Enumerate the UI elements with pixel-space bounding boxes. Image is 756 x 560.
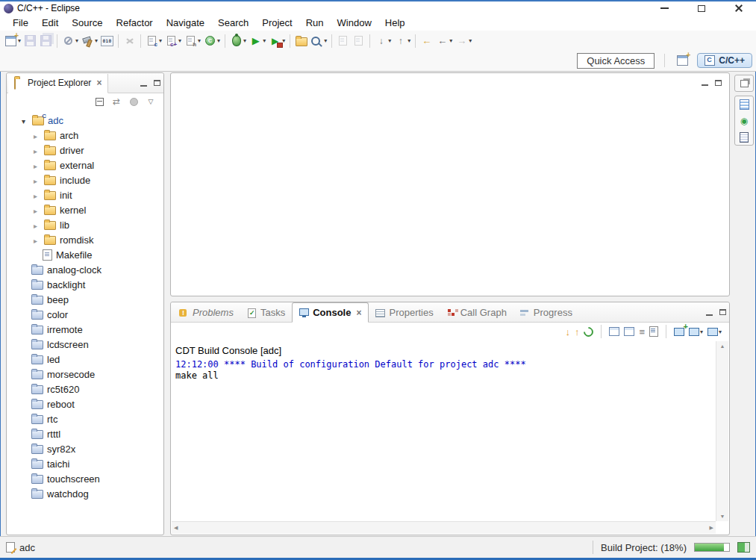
- skip-breakpoints-button[interactable]: ▾: [60, 32, 80, 49]
- link-with-editor-button[interactable]: [110, 96, 122, 108]
- maximize-button[interactable]: [693, 2, 710, 14]
- console-output[interactable]: 12:12:00 **** Build of configuration Def…: [171, 358, 729, 382]
- display-selected-console-button[interactable]: ▾: [689, 326, 703, 337]
- new-header-button[interactable]: ▾: [183, 32, 202, 49]
- binary-button[interactable]: [99, 32, 115, 49]
- tab-properties[interactable]: Properties: [369, 303, 440, 322]
- horizontal-scrollbar[interactable]: ◀ ▶: [172, 521, 716, 534]
- chevron-collapsed-icon[interactable]: [31, 175, 40, 186]
- chevron-collapsed-icon[interactable]: [31, 130, 40, 141]
- tree-item-folder[interactable]: lib: [7, 217, 163, 232]
- tree-item-folder[interactable]: arch: [7, 128, 163, 143]
- tab-call-graph[interactable]: Call Graph: [440, 303, 513, 322]
- chevron-expanded-icon[interactable]: [19, 115, 28, 126]
- maximize-view-button[interactable]: [150, 78, 163, 89]
- menu-item[interactable]: Project: [255, 16, 299, 30]
- mark-occurrences-button[interactable]: [335, 32, 351, 49]
- tab-progress[interactable]: Progress: [513, 303, 579, 322]
- chevron-collapsed-icon[interactable]: [31, 220, 40, 231]
- menu-item[interactable]: Navigate: [160, 16, 211, 30]
- scroll-down-icon[interactable]: ▼: [718, 511, 728, 521]
- progress-view-icon[interactable]: [737, 542, 750, 553]
- tree-item-project[interactable]: watchdog: [7, 486, 163, 501]
- new-button[interactable]: ▾: [3, 32, 22, 49]
- menu-item[interactable]: File: [6, 16, 35, 30]
- chevron-collapsed-icon[interactable]: [31, 205, 40, 216]
- maximize-editor-button[interactable]: [711, 77, 725, 88]
- save-button[interactable]: [22, 32, 38, 49]
- tree-item-project[interactable]: analog-clock: [7, 262, 163, 277]
- title-bar[interactable]: C/C++ - Eclipse: [0, 1, 756, 15]
- show-console-on-output-button[interactable]: [584, 326, 593, 337]
- scroll-up-icon[interactable]: ▲: [718, 341, 728, 351]
- open-console-button[interactable]: [674, 326, 684, 337]
- maximize-view-button[interactable]: [716, 307, 729, 318]
- close-icon[interactable]: [96, 78, 101, 88]
- debug-button[interactable]: ▾: [228, 32, 248, 49]
- minimize-view-button[interactable]: [137, 78, 150, 89]
- new-class-button[interactable]: ▾: [202, 32, 222, 49]
- tab-console[interactable]: Console: [292, 302, 369, 323]
- tree-item-project[interactable]: syr82x: [7, 441, 163, 456]
- tree-item-project[interactable]: morsecode: [7, 367, 163, 382]
- editor-area[interactable]: [170, 72, 730, 296]
- block-selection-button[interactable]: [351, 32, 366, 49]
- clear-console-button[interactable]: [649, 326, 658, 337]
- vertical-scrollbar[interactable]: ▲ ▼: [716, 341, 728, 521]
- outline-view-button[interactable]: [738, 99, 750, 110]
- tree-item-project[interactable]: beep: [7, 292, 163, 307]
- external-tools-button[interactable]: ▾: [267, 32, 287, 49]
- menu-item[interactable]: Window: [331, 16, 378, 30]
- chevron-collapsed-icon[interactable]: [31, 145, 40, 156]
- search-button[interactable]: ▾: [309, 32, 328, 49]
- tree-item-project[interactable]: rc5t620: [7, 382, 163, 396]
- tree-item-project[interactable]: color: [7, 307, 163, 322]
- menu-item[interactable]: Source: [65, 16, 109, 30]
- tab-project-explorer[interactable]: Project Explorer: [8, 74, 108, 93]
- scroll-left-icon[interactable]: ◀: [172, 523, 180, 533]
- open-perspective-button[interactable]: [675, 52, 690, 69]
- previous-error-button[interactable]: [575, 326, 580, 337]
- tree-item-folder[interactable]: romdisk: [7, 232, 163, 247]
- chevron-collapsed-icon[interactable]: [31, 160, 40, 171]
- tree-item-project[interactable]: irremote: [7, 322, 163, 337]
- documentation-view-button[interactable]: [738, 131, 750, 143]
- perspective-cpp-button[interactable]: C/C++: [697, 53, 752, 68]
- menu-item[interactable]: Refactor: [110, 16, 160, 30]
- minimize-button[interactable]: [656, 2, 672, 14]
- chevron-collapsed-icon[interactable]: [31, 190, 40, 201]
- tree-item-project[interactable]: taichi: [7, 456, 163, 471]
- tree-item-project[interactable]: reboot: [7, 396, 163, 411]
- scroll-lock-button[interactable]: [624, 326, 634, 337]
- save-all-button[interactable]: [38, 32, 54, 49]
- open-type-button[interactable]: [293, 32, 309, 49]
- filters-button[interactable]: [128, 96, 140, 108]
- menu-item[interactable]: Help: [378, 16, 412, 30]
- menu-item[interactable]: Run: [299, 16, 331, 30]
- tree-item-project[interactable]: backlight: [7, 277, 163, 292]
- last-edit-location-button[interactable]: [419, 32, 434, 49]
- word-wrap-button[interactable]: [639, 326, 645, 337]
- minimize-view-button[interactable]: [702, 307, 716, 318]
- new-c-file-button[interactable]: ▾: [144, 32, 163, 49]
- pin-console-button[interactable]: [609, 326, 619, 337]
- forward-button[interactable]: ▾: [454, 32, 473, 49]
- tab-problems[interactable]: Problems: [172, 303, 240, 322]
- next-error-button[interactable]: [565, 326, 570, 337]
- cut-button[interactable]: [122, 32, 137, 49]
- tree-item-project[interactable]: lcdscreen: [7, 337, 163, 352]
- restore-views-button[interactable]: [738, 78, 750, 89]
- tree-item-makefile[interactable]: Makefile: [7, 247, 163, 262]
- next-annotation-button[interactable]: ▾: [373, 32, 393, 49]
- tree-item-project[interactable]: rtttl: [7, 426, 163, 441]
- tree-item-project[interactable]: led: [7, 352, 163, 367]
- build-button[interactable]: ▾: [80, 32, 99, 49]
- tree-item-folder[interactable]: external: [7, 158, 163, 172]
- scroll-right-icon[interactable]: ▶: [707, 523, 716, 533]
- tree-item-folder[interactable]: init: [7, 187, 163, 202]
- new-cpp-file-button[interactable]: ▾: [163, 32, 183, 49]
- tree-item-project[interactable]: touchscreen: [7, 471, 163, 486]
- menu-item[interactable]: Search: [211, 16, 255, 30]
- menu-item[interactable]: Edit: [35, 16, 65, 30]
- quick-access-button[interactable]: Quick Access: [577, 53, 655, 69]
